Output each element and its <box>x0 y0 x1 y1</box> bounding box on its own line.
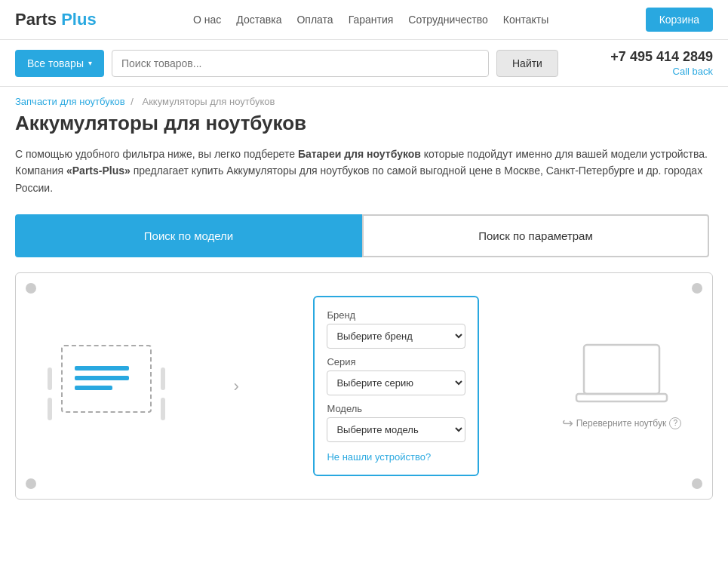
tab-param-search[interactable]: Поиск по параметрам <box>362 214 709 257</box>
search-input[interactable] <box>112 50 489 77</box>
main-content: Аккумуляторы для ноутбуков С помощью удо… <box>0 112 728 522</box>
sketch-line-2 <box>75 376 129 380</box>
side-bar-3 <box>161 367 165 390</box>
phone-block: +7 495 414 2849 Call back <box>610 49 713 77</box>
desc-text-1: С помощью удобного фильтра ниже, вы легк… <box>15 148 298 160</box>
filter-form: Бренд Выберите бренд Серия Выберите сери… <box>313 296 479 476</box>
breadcrumb-home[interactable]: Запчасти для ноутбуков <box>15 96 125 107</box>
side-bars-right <box>161 367 165 420</box>
side-bar-2 <box>48 398 52 420</box>
nav-contacts[interactable]: Контакты <box>503 14 548 26</box>
nav-cooperation[interactable]: Сотрудничество <box>408 14 487 26</box>
side-bars-left <box>48 367 52 420</box>
chevron-down-icon: ▾ <box>88 59 92 67</box>
not-found-link[interactable]: Не нашли устройство? <box>327 451 465 463</box>
desc-bold-2: «Parts-Plus» <box>66 165 131 177</box>
series-label: Серия <box>327 356 465 367</box>
model-select[interactable]: Выберите модель <box>327 417 465 442</box>
breadcrumb-separator: / <box>131 96 134 107</box>
all-goods-button[interactable]: Все товары ▾ <box>15 50 104 77</box>
all-goods-label: Все товары <box>27 57 84 69</box>
search-tabs: Поиск по модели Поиск по параметрам <box>15 214 713 257</box>
page-title: Аккумуляторы для ноутбуков <box>15 112 713 135</box>
page-description: С помощью удобного фильтра ниже, вы легк… <box>15 146 713 196</box>
phone-number: +7 495 414 2849 <box>610 49 713 65</box>
logo-plus: Plus <box>57 10 97 29</box>
search-button[interactable]: Найти <box>496 50 558 77</box>
header: Parts Plus О нас Доставка Оплата Гаранти… <box>0 0 728 40</box>
nav-warranty[interactable]: Гарантия <box>349 14 394 26</box>
laptop-illustration-right: ↩ Переверните ноутбук ? <box>546 341 697 432</box>
side-bar-1 <box>48 367 52 390</box>
nav-about[interactable]: О нас <box>193 14 221 26</box>
model-label: Модель <box>327 403 465 414</box>
brand-label: Бренд <box>327 309 465 321</box>
sketch-line-3 <box>75 386 112 390</box>
breadcrumb-current: Аккумуляторы для ноутбуков <box>143 96 275 107</box>
search-left: Все товары ▾ Найти <box>15 50 603 77</box>
flip-text: ↩ Переверните ноутбук ? <box>562 415 681 432</box>
filter-wrapper: › Бренд Выберите бренд Серия Выберите се… <box>15 272 713 500</box>
tab-model-search[interactable]: Поиск по модели <box>15 214 362 257</box>
help-icon[interactable]: ? <box>669 417 681 429</box>
cart-button[interactable]: Корзина <box>646 8 713 32</box>
laptop-svg <box>573 341 671 409</box>
main-nav: О нас Доставка Оплата Гарантия Сотруднич… <box>193 14 548 26</box>
series-select[interactable]: Выберите серию <box>327 371 465 395</box>
nav-delivery[interactable]: Доставка <box>236 14 281 26</box>
flip-arrow-icon: ↩ <box>562 415 573 432</box>
breadcrumb: Запчасти для ноутбуков / Аккумуляторы дл… <box>0 87 728 112</box>
logo[interactable]: Parts Plus <box>15 10 97 29</box>
laptop-illustration-left <box>31 337 182 435</box>
side-bar-4 <box>161 398 165 420</box>
brand-select[interactable]: Выберите бренд <box>327 324 465 349</box>
arrow-icon: › <box>234 377 239 396</box>
sketch-line-1 <box>75 366 129 371</box>
svg-rect-1 <box>576 394 667 401</box>
nav-payment[interactable]: Оплата <box>296 14 333 26</box>
logo-parts: Parts <box>15 10 57 29</box>
sketch-lines <box>75 366 129 390</box>
call-back-link[interactable]: Call back <box>673 66 713 77</box>
flip-label: Переверните ноутбук <box>576 418 666 429</box>
filter-box: › Бренд Выберите бренд Серия Выберите се… <box>15 272 713 500</box>
desc-bold-1: Батареи для ноутбуков <box>298 148 421 160</box>
svg-rect-0 <box>584 345 659 394</box>
search-bar: Все товары ▾ Найти +7 495 414 2849 Call … <box>0 40 728 87</box>
